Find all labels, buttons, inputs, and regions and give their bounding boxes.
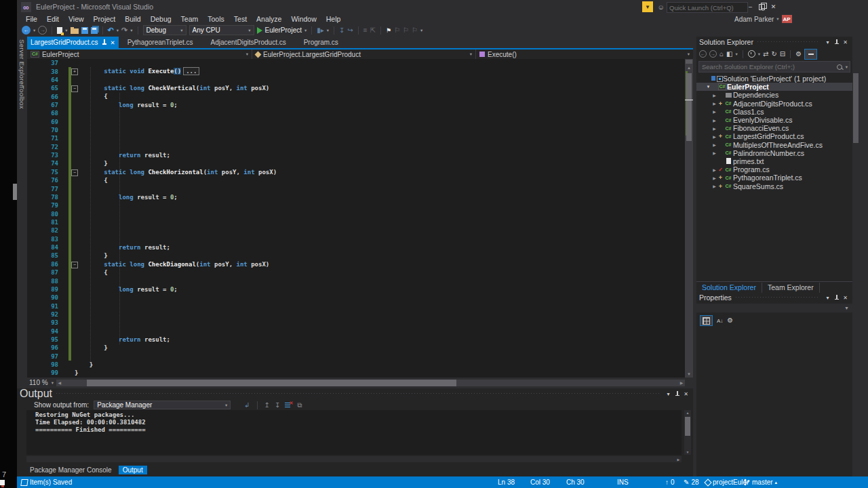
code-text[interactable]: { (75, 176, 108, 184)
tree-item[interactable]: ▶+C#LargestGridProduct.cs (696, 132, 852, 140)
line-number[interactable]: 67 (27, 102, 66, 108)
line-number[interactable]: 66 (27, 94, 66, 100)
chevron-down-icon[interactable]: ▾ (736, 52, 738, 57)
menu-test[interactable]: Test (229, 15, 252, 23)
code-line[interactable]: 84 return result; (27, 243, 685, 251)
editor-horizontal-scrollbar[interactable]: ◀ ▶ (56, 380, 685, 386)
redo-dropdown-icon[interactable]: ▾ (130, 28, 132, 33)
pin-icon[interactable] (832, 38, 841, 47)
new-solution-view-icon[interactable]: ◧ (726, 51, 732, 58)
close-icon[interactable]: ✕ (841, 38, 850, 47)
line-number[interactable]: 80 (27, 211, 66, 218)
bookmark-icon[interactable]: ⚑ (386, 27, 391, 34)
attach-to-process-icon[interactable]: ▮▸ (317, 26, 324, 34)
line-number[interactable]: 68 (27, 110, 66, 117)
previous-message-icon[interactable]: ↥ (264, 401, 270, 409)
tree-item[interactable]: ▶+C#PythagoreanTriplet.cs (696, 174, 852, 182)
line-number[interactable]: 38 (27, 68, 66, 75)
panel-tab-team-explorer[interactable]: Team Explorer (762, 283, 820, 293)
scrollbar-thumb[interactable] (87, 380, 456, 386)
code-line[interactable]: 74 } (27, 159, 685, 167)
close-icon[interactable]: ✕ (111, 39, 115, 46)
code-line[interactable]: 89 long result = 0; (27, 285, 685, 293)
server-explorer-tab[interactable]: Server Explorer (18, 39, 26, 87)
pending-changes-filter-icon[interactable] (748, 50, 755, 58)
code-text[interactable]: long result = 0; (75, 285, 178, 293)
scroll-left-icon[interactable]: ◀ (56, 380, 63, 386)
line-number[interactable]: 88 (27, 278, 66, 285)
line-number[interactable]: 93 (27, 319, 66, 326)
line-number[interactable]: 99 (27, 369, 66, 376)
code-line[interactable]: 94 (27, 327, 685, 336)
line-number[interactable]: 85 (27, 252, 66, 259)
line-number[interactable]: 79 (27, 202, 66, 209)
code-text[interactable]: static long CheckDiagonal(int posY, int … (75, 260, 269, 268)
close-icon[interactable]: ✕ (841, 293, 850, 302)
code-line[interactable]: 90 (27, 293, 685, 302)
line-number[interactable]: 78 (27, 194, 66, 201)
navigate-back-dropdown-icon[interactable]: ▾ (33, 28, 35, 33)
tool-tab-package-manager-console[interactable]: Package Manager Console (26, 466, 116, 474)
code-text[interactable]: } (75, 344, 108, 352)
tree-item[interactable]: ▶C#EvenlyDivisable.cs (696, 116, 852, 124)
editor-vertical-scrollbar[interactable]: ▲ ▼ (685, 59, 693, 378)
code-text[interactable]: static void Execute()... (75, 67, 199, 75)
line-number[interactable]: 83 (27, 236, 66, 243)
property-pages-icon[interactable]: ⚙ (727, 317, 733, 324)
code-text[interactable]: } (75, 369, 78, 377)
line-number[interactable]: 77 (27, 186, 66, 192)
menu-file[interactable]: File (21, 15, 42, 23)
preview-selected-items-toggle[interactable] (804, 49, 817, 60)
code-text[interactable]: } (75, 361, 93, 369)
code-line[interactable]: 81 (27, 218, 685, 226)
tree-arrow-icon[interactable]: ▼ (705, 85, 711, 89)
tree-arrow-icon[interactable]: ▶ (711, 150, 717, 155)
code-line[interactable]: 73 return result; (27, 151, 685, 159)
code-line[interactable]: 37 (27, 59, 685, 67)
new-file-icon[interactable] (57, 27, 62, 34)
code-line[interactable]: 86− static long CheckDiagonal(int posY, … (27, 260, 685, 268)
tree-arrow-icon[interactable]: ▶ (711, 176, 717, 180)
line-number[interactable]: 94 (27, 328, 66, 335)
next-message-icon[interactable]: ↧ (275, 401, 280, 409)
code-line[interactable]: 64 (27, 76, 685, 84)
code-line[interactable]: 78 long result = 0; (27, 193, 685, 201)
code-line[interactable]: 82 (27, 226, 685, 235)
toolbox-tab[interactable]: Toolbox (18, 85, 26, 109)
tree-arrow-icon[interactable]: ▶ (711, 142, 717, 147)
tree-item[interactable]: ▼C#EulerProject (696, 83, 852, 91)
start-debugging-button[interactable]: EulerProject ▾ (257, 26, 307, 34)
output-horizontal-scrollbar[interactable]: ▶ (26, 456, 682, 462)
code-line[interactable]: 91 (27, 302, 685, 310)
line-number[interactable]: 90 (27, 294, 66, 301)
tree-arrow-icon[interactable]: ▶ (711, 118, 717, 123)
notification-flag-icon[interactable]: ▼ (642, 1, 653, 12)
feedback-icon[interactable]: ☺ (656, 3, 665, 12)
repository-button[interactable]: projectEuler (705, 476, 749, 488)
solution-configuration-select[interactable]: Debug▾ (143, 25, 186, 35)
collapse-all-icon[interactable]: ⊟ (780, 51, 785, 58)
code-line[interactable]: 70 (27, 126, 685, 134)
home-icon[interactable]: ⌂ (719, 51, 724, 58)
chevron-down-icon[interactable]: ▾ (758, 52, 760, 57)
line-number[interactable]: 64 (27, 77, 66, 83)
tree-item[interactable]: ▶+C#AdjacentDigitsProduct.cs (696, 100, 852, 108)
code-line[interactable]: 85 } (27, 251, 685, 260)
menu-view[interactable]: View (64, 15, 89, 23)
refresh-icon[interactable]: ↻ (771, 51, 776, 58)
back-icon[interactable]: ← (699, 50, 707, 58)
code-line[interactable]: 88 (27, 277, 685, 285)
line-number[interactable]: 87 (27, 269, 66, 276)
code-line[interactable]: 80 (27, 209, 685, 218)
window-position-icon[interactable]: ▾ (823, 38, 832, 47)
line-number[interactable]: 69 (27, 119, 66, 125)
code-line[interactable]: 66 { (27, 92, 685, 100)
menu-edit[interactable]: Edit (42, 15, 64, 23)
line-number[interactable]: 70 (27, 127, 66, 134)
open-file-icon[interactable] (71, 28, 79, 34)
menu-window[interactable]: Window (286, 15, 321, 23)
new-file-dropdown-icon[interactable]: ▾ (65, 28, 67, 33)
tree-arrow-icon[interactable]: ▶ (711, 134, 717, 139)
scroll-up-icon[interactable]: ▲ (684, 410, 691, 415)
scroll-right-icon[interactable]: ▶ (675, 456, 682, 462)
